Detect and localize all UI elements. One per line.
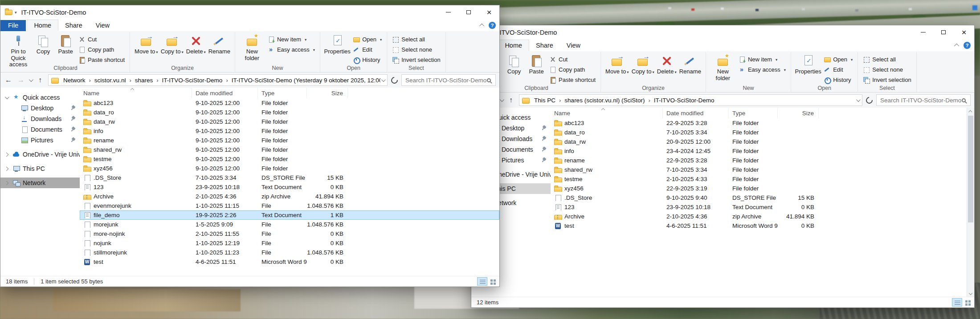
move-to-button[interactable]: Move to▾: [604, 53, 630, 76]
tab-home[interactable]: Home: [27, 20, 58, 31]
sidebar-item[interactable]: OneDrive - Vrije Univ: [0, 149, 80, 160]
refresh-icon[interactable]: [390, 75, 399, 85]
pin-to-quick-access-button[interactable]: Pin to Quick access: [4, 33, 32, 69]
help-icon[interactable]: ?: [964, 42, 971, 49]
file-row[interactable]: file_demo 19-9-2025 2:26 Text Document 1…: [80, 210, 499, 220]
new-item-button[interactable]: New item▾: [737, 55, 788, 64]
file-row[interactable]: Archive 2-10-2025 4:36 zip Archive 41.89…: [80, 192, 499, 201]
address-dropdown-icon[interactable]: [856, 97, 861, 102]
file-row[interactable]: xyz456 9-10-2025 12:00 File folder: [80, 164, 499, 173]
file-row[interactable]: data_ro 7-10-2025 3:34 File folder: [551, 128, 974, 137]
up-button[interactable]: ↑: [506, 96, 515, 104]
file-row[interactable]: .DS_Store 7-10-2025 3:34 DS_STORE File 1…: [80, 173, 499, 182]
select-all-button[interactable]: Select all: [390, 35, 442, 44]
quick-access-toolbar-chevron-icon[interactable]: ▾: [15, 10, 17, 15]
move-to-button[interactable]: Move to▾: [133, 33, 159, 56]
paste-shortcut-button[interactable]: Paste shortcut: [77, 55, 127, 65]
file-row[interactable]: abc123 22-9-2025 3:28 File folder: [551, 118, 974, 128]
address-bar[interactable]: Networkscistor.vu.nlsharesIT-ITVO-SciSto…: [48, 74, 388, 86]
minimize-button[interactable]: [438, 5, 458, 19]
open-button[interactable]: Open▾: [351, 35, 384, 44]
details-view-button[interactable]: [952, 298, 962, 307]
search-box[interactable]: Search IT-ITVO-SciStor-Demo: [876, 94, 971, 106]
file-row[interactable]: nojunk 1-10-2025 12:19 File 0 KB: [80, 238, 499, 248]
copy-to-button[interactable]: Copy to▾: [159, 33, 185, 56]
ribbon-collapse-icon[interactable]: [479, 24, 484, 28]
file-row[interactable]: data_ro 9-10-2025 12:00 File folder: [80, 108, 499, 117]
scroll-up-icon[interactable]: [967, 108, 974, 115]
sidebar-item[interactable]: Quick access: [0, 92, 80, 103]
address-bar[interactable]: This PCshares (scistor.vu.nl) (SciStor)I…: [519, 94, 862, 106]
properties-button[interactable]: Properties: [323, 33, 351, 56]
address-dropdown-icon[interactable]: [381, 77, 386, 82]
select-none-button[interactable]: Select none: [861, 65, 913, 74]
breadcrumb-segment[interactable]: This PC: [532, 97, 563, 104]
large-icons-view-button[interactable]: [963, 298, 973, 307]
rename-button[interactable]: Rename: [678, 53, 702, 76]
paste-shortcut-button[interactable]: Paste shortcut: [547, 75, 597, 85]
edit-button[interactable]: Edit: [351, 45, 384, 54]
file-row[interactable]: 123 23-9-2025 10:18 Text Document 0 KB: [551, 202, 974, 212]
expander-icon[interactable]: [4, 181, 9, 186]
delete-button[interactable]: Delete▾: [185, 33, 207, 56]
large-icons-view-button[interactable]: [488, 277, 498, 286]
column-header-type[interactable]: Type: [258, 88, 307, 98]
delete-button[interactable]: Delete▾: [656, 53, 678, 76]
new-folder-button[interactable]: New folder: [238, 33, 266, 62]
file-row[interactable]: shared_rw 7-10-2025 3:34 File folder: [551, 165, 974, 174]
new-folder-button[interactable]: New folder: [709, 53, 737, 82]
file-row[interactable]: info 9-10-2025 12:00 File folder: [80, 126, 499, 136]
tab-view[interactable]: View: [89, 20, 116, 31]
help-icon[interactable]: ?: [489, 22, 496, 29]
sidebar-item[interactable]: Network: [0, 178, 80, 188]
open-button[interactable]: Open▾: [822, 55, 854, 64]
breadcrumb-segment[interactable]: IT-ITVO-SciStor-Demo: [652, 97, 716, 104]
file-row[interactable]: morejunk 1-5-2025 9:09 File 1.048.576 KB: [80, 220, 499, 229]
column-header-type[interactable]: Type: [729, 108, 778, 118]
scroll-down-icon[interactable]: [967, 289, 974, 297]
properties-button[interactable]: Properties: [794, 53, 822, 76]
rename-button[interactable]: Rename: [207, 33, 232, 56]
file-row[interactable]: 123 23-9-2025 10:18 Text Document 0 KB: [80, 182, 499, 192]
file-row[interactable]: more-nojink 2-10-2025 11:55 File 0 KB: [80, 229, 499, 238]
breadcrumb-segment[interactable]: IT-ITVO-SciStor-Demo: [160, 77, 230, 84]
invert-selection-button[interactable]: Invert selection: [390, 55, 442, 65]
title-bar[interactable]: ▾ IT-ITVO-SciStor-Demo ×: [0, 5, 499, 19]
file-row[interactable]: stillmorejunk 1-10-2025 11:23 File 1.048…: [80, 248, 499, 257]
copy-button[interactable]: Copy: [503, 53, 525, 76]
sidebar-item[interactable]: Desktop: [0, 103, 80, 113]
breadcrumb-segment[interactable]: scistor.vu.nl: [93, 77, 133, 84]
file-row[interactable]: data_rw 20-9-2025 12:00 File folder: [551, 137, 974, 146]
file-row[interactable]: evenmorejunk 1-10-2025 11:15 File 1.048.…: [80, 201, 499, 210]
expander-icon[interactable]: [5, 117, 8, 121]
file-row[interactable]: data_rw 9-10-2025 12:00 File folder: [80, 117, 499, 126]
invert-selection-button[interactable]: Invert selection: [861, 75, 913, 85]
refresh-icon[interactable]: [865, 95, 874, 105]
tab-file[interactable]: File: [0, 20, 26, 31]
copy-to-button[interactable]: Copy to▾: [630, 53, 656, 76]
file-row[interactable]: info 23-4-2024 12:45 File folder: [551, 146, 974, 156]
breadcrumb-segment[interactable]: Network: [61, 77, 93, 84]
recent-locations-chevron-icon[interactable]: [500, 97, 504, 102]
tab-share[interactable]: Share: [529, 40, 560, 51]
sidebar-item[interactable]: This PC: [0, 163, 80, 174]
expander-icon[interactable]: [5, 95, 9, 99]
tab-view[interactable]: View: [560, 40, 587, 51]
column-header-name[interactable]: Name: [551, 108, 663, 118]
select-all-button[interactable]: Select all: [861, 55, 913, 64]
tab-home[interactable]: Home: [498, 40, 529, 51]
sidebar-item[interactable]: Pictures: [0, 135, 80, 145]
recent-locations-chevron-icon[interactable]: [29, 77, 33, 82]
vertical-scrollbar[interactable]: [967, 108, 974, 297]
expander-icon[interactable]: [4, 167, 9, 171]
file-row[interactable]: testme 2-10-2025 4:33 File folder: [551, 174, 974, 184]
file-row[interactable]: test 4-6-2025 11:51 Microsoft Word 9... …: [80, 257, 499, 267]
history-button[interactable]: History: [822, 75, 854, 85]
tab-share[interactable]: Share: [58, 20, 89, 31]
breadcrumb-segment[interactable]: IT-ITVO-SciStor-Demo (Yesterday 9 oktobe…: [230, 77, 380, 84]
breadcrumb-segment[interactable]: shares: [133, 77, 160, 84]
file-row[interactable]: rename 9-10-2025 12:00 File folder: [80, 136, 499, 145]
breadcrumb-segment[interactable]: shares (scistor.vu.nl) (SciStor): [563, 97, 652, 104]
paste-button[interactable]: Paste: [525, 53, 547, 76]
search-box[interactable]: Search IT-ITVO-SciStor-Demo: [401, 74, 496, 86]
